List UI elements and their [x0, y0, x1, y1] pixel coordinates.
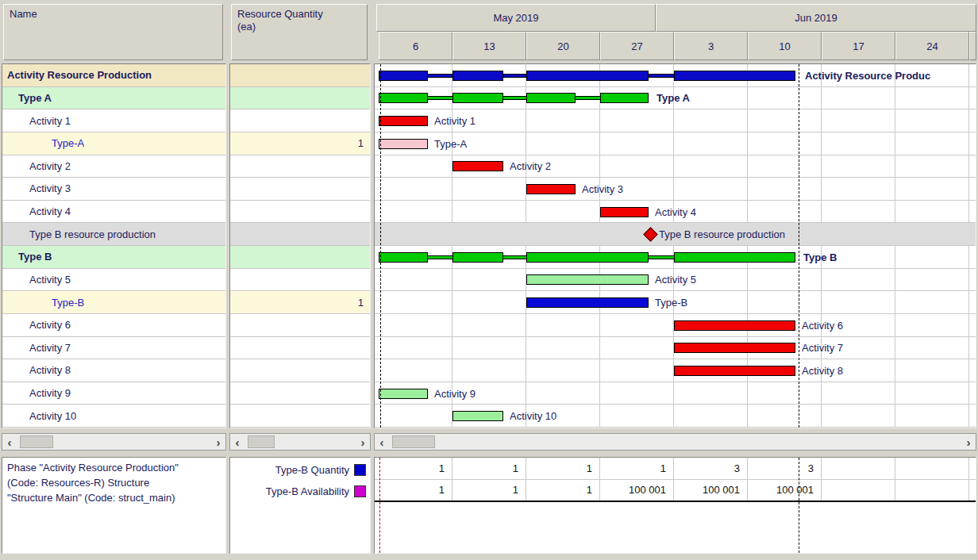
scroll-right-arrow-icon[interactable]: ›: [356, 434, 370, 450]
quantity-row-activity-9[interactable]: [230, 382, 370, 405]
quantity-row-activity-7[interactable]: [230, 337, 370, 360]
week-cell-6: 6: [379, 32, 452, 60]
tree-row-activity-7[interactable]: Activity 7: [2, 337, 225, 360]
milestone-diamond-icon[interactable]: [643, 227, 657, 241]
activity-bar[interactable]: [526, 274, 649, 285]
tree-row-type-a[interactable]: Type A: [2, 87, 225, 110]
quantity-row-activity-2[interactable]: [230, 155, 370, 178]
quantity-row-activity-8[interactable]: [230, 359, 370, 382]
tree-row-activity-3[interactable]: Activity 3: [2, 178, 225, 201]
name-column-header-label: Name: [4, 5, 222, 24]
histogram-value-cell: [895, 479, 969, 501]
quantity-row-activity-6[interactable]: [230, 314, 370, 337]
tree-row-activity-8[interactable]: Activity 8: [2, 359, 225, 382]
scrollbar-thumb[interactable]: [392, 435, 435, 448]
gantt-row-activity-2: Activity 2: [375, 155, 976, 178]
scroll-left-arrow-icon[interactable]: ‹: [375, 434, 389, 450]
quantity-column-header[interactable]: Resource Quantity (ea): [231, 4, 368, 60]
summary-bar-segment[interactable]: [526, 252, 649, 263]
tree-row-activity-1[interactable]: Activity 1: [2, 109, 225, 132]
summary-connector: [428, 74, 452, 78]
week-cell-10: 10: [748, 32, 822, 60]
tree-row-activity-resource-production[interactable]: Activity Resource Production: [2, 64, 225, 87]
summary-bar-segment[interactable]: [674, 71, 795, 81]
legend-label: Type-B Availability: [266, 485, 349, 497]
summary-bar-segment[interactable]: [452, 93, 503, 103]
summary-bar-segment[interactable]: [379, 93, 428, 103]
quantity-row-activity-10[interactable]: [230, 405, 370, 428]
legend-color-swatch[interactable]: [354, 485, 366, 497]
scrollbar-thumb[interactable]: [20, 435, 53, 448]
activity-bar[interactable]: [452, 411, 503, 421]
summary-bar-segment[interactable]: [379, 252, 428, 263]
activity-bar[interactable]: [379, 139, 428, 149]
quantity-row-activity-1[interactable]: [230, 109, 370, 132]
quantity-pane-hscrollbar[interactable]: ‹ ›: [229, 433, 371, 451]
tree-row-activity-2[interactable]: Activity 2: [2, 155, 225, 178]
quantity-row-type-b[interactable]: [230, 246, 370, 269]
scroll-right-arrow-icon[interactable]: ›: [211, 434, 225, 450]
summary-bar-segment[interactable]: [526, 71, 649, 81]
activity-bar[interactable]: [526, 297, 649, 308]
summary-bar-segment[interactable]: [674, 252, 795, 263]
quantity-row-activity-5[interactable]: [230, 269, 370, 292]
histogram-value-cell: 1: [600, 458, 674, 479]
tree-row-activity-5[interactable]: Activity 5: [2, 269, 225, 292]
week-cell-label: 24: [926, 40, 938, 52]
activity-bar[interactable]: [526, 184, 576, 194]
month-cell-may-2019: May 2019: [376, 4, 656, 32]
summary-bar-segment[interactable]: [379, 71, 428, 81]
quantity-value: 1: [230, 137, 370, 149]
activity-bar[interactable]: [674, 366, 795, 376]
gantt-bar-label: Activity 7: [802, 343, 843, 353]
name-column-header[interactable]: Name: [3, 4, 223, 60]
quantity-row-type-a[interactable]: 1: [230, 132, 370, 155]
activity-bar[interactable]: [452, 161, 503, 171]
summary-bar-segment[interactable]: [452, 71, 503, 81]
summary-bar-segment[interactable]: [452, 252, 503, 263]
tree-row-type-b-resource-production[interactable]: Type B resource production: [2, 223, 225, 246]
gantt-bar-label: Activity 9: [434, 389, 476, 399]
activity-bar[interactable]: [379, 389, 428, 399]
summary-bar-segment[interactable]: [526, 93, 576, 103]
scroll-left-arrow-icon[interactable]: ‹: [230, 434, 244, 450]
quantity-row-type-a[interactable]: [230, 87, 370, 110]
quantity-row-activity-4[interactable]: [230, 201, 370, 224]
week-cell-label: 3: [708, 40, 714, 52]
week-cell-label: 17: [853, 40, 864, 52]
activity-bar[interactable]: [674, 320, 795, 331]
histogram-table-pane: 111133111100 001100 001100 001: [374, 457, 976, 554]
legend-color-swatch[interactable]: [354, 464, 366, 476]
gantt-bar-label: Activity 4: [655, 207, 696, 217]
scroll-right-arrow-icon[interactable]: ›: [961, 434, 976, 450]
activity-bar[interactable]: [600, 207, 649, 217]
week-cell-label: 6: [413, 40, 418, 52]
summary-bar-segment[interactable]: [600, 93, 649, 103]
week-cell-label: 13: [483, 40, 495, 52]
tree-row-activity-9[interactable]: Activity 9: [2, 382, 225, 405]
quantity-row-type-b[interactable]: 1: [230, 291, 370, 314]
tree-row-activity-10[interactable]: Activity 10: [2, 405, 225, 428]
quantity-row-type-b-resource-production[interactable]: [230, 223, 370, 246]
histogram-legend-pane: Type-B QuantityType-B Availability: [229, 457, 371, 554]
chart-pane-hscrollbar[interactable]: ‹ ›: [374, 433, 976, 451]
month-cell-jun-2019: Jun 2019: [656, 4, 976, 32]
activity-bar[interactable]: [674, 343, 795, 353]
activity-bar[interactable]: [379, 116, 428, 126]
tree-row-activity-6[interactable]: Activity 6: [2, 314, 225, 337]
month-header-row: May 2019Jun 2019: [375, 4, 976, 32]
month-cell-label: Jun 2019: [795, 12, 837, 24]
scroll-left-arrow-icon[interactable]: ‹: [2, 434, 17, 450]
tree-row-label: Type-A: [2, 137, 84, 149]
scrollbar-thumb[interactable]: [248, 435, 275, 448]
tree-row-label: Activity 7: [2, 342, 71, 354]
quantity-row-activity-resource-production[interactable]: [230, 64, 370, 87]
name-pane-hscrollbar[interactable]: ‹ ›: [2, 433, 226, 451]
tree-row-activity-4[interactable]: Activity 4: [2, 201, 225, 224]
tree-row-label: Activity 2: [2, 160, 71, 172]
month-cell-label: May 2019: [493, 12, 538, 24]
tree-row-type-a[interactable]: Type-A: [2, 132, 225, 155]
tree-row-type-b[interactable]: Type B: [2, 246, 225, 269]
tree-row-type-b[interactable]: Type-B: [2, 291, 225, 314]
quantity-row-activity-3[interactable]: [230, 178, 370, 201]
